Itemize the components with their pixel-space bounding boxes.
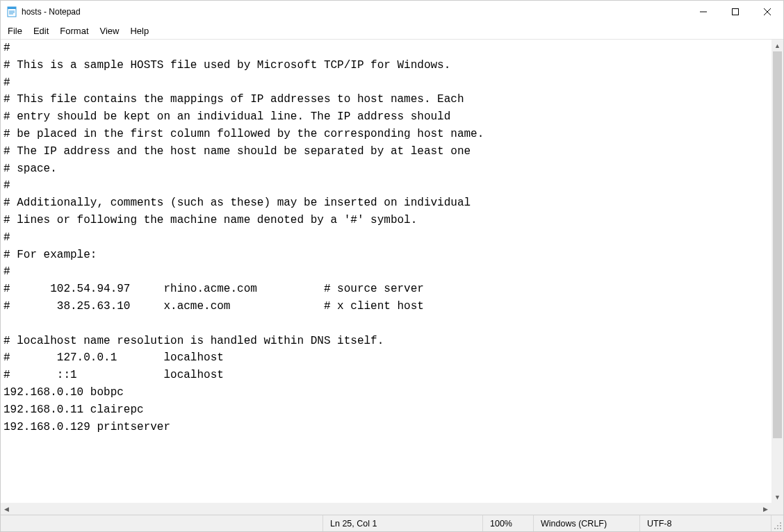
svg-point-10 bbox=[777, 525, 778, 526]
window-title: hosts - Notepad bbox=[22, 7, 81, 17]
resize-grip-icon[interactable] bbox=[771, 515, 783, 531]
menu-file[interactable]: File bbox=[2, 24, 28, 38]
status-zoom: 100% bbox=[482, 515, 533, 531]
vertical-scrollbar[interactable]: ▲ ▼ bbox=[771, 40, 783, 503]
window-controls bbox=[687, 1, 783, 23]
svg-point-9 bbox=[780, 522, 781, 524]
vertical-scroll-track[interactable] bbox=[771, 51, 783, 491]
text-editor[interactable]: # # This is a sample HOSTS file used by … bbox=[1, 40, 771, 503]
scroll-corner bbox=[771, 503, 783, 515]
close-button[interactable] bbox=[751, 1, 783, 23]
status-encoding: UTF-8 bbox=[639, 515, 771, 531]
status-line-ending: Windows (CRLF) bbox=[533, 515, 639, 531]
titlebar[interactable]: hosts - Notepad bbox=[1, 1, 783, 23]
svg-point-14 bbox=[780, 528, 781, 529]
status-cursor-position: Ln 25, Col 1 bbox=[322, 515, 482, 531]
scroll-down-arrow-icon[interactable]: ▼ bbox=[771, 491, 783, 503]
menu-edit[interactable]: Edit bbox=[28, 24, 54, 38]
status-spacer bbox=[1, 515, 322, 531]
svg-point-12 bbox=[774, 528, 776, 529]
notepad-icon bbox=[6, 6, 17, 17]
menubar: File Edit Format View Help bbox=[1, 23, 783, 39]
svg-rect-6 bbox=[733, 9, 739, 15]
scroll-left-arrow-icon[interactable]: ◀ bbox=[1, 503, 13, 515]
menu-help[interactable]: Help bbox=[124, 24, 154, 38]
vertical-scroll-thumb[interactable] bbox=[773, 51, 782, 438]
editor-area: # # This is a sample HOSTS file used by … bbox=[1, 39, 783, 515]
scroll-right-arrow-icon[interactable]: ▶ bbox=[760, 503, 771, 515]
horizontal-scrollbar[interactable]: ◀ ▶ bbox=[1, 503, 771, 515]
menu-format[interactable]: Format bbox=[54, 24, 94, 38]
menu-view[interactable]: View bbox=[95, 24, 125, 38]
maximize-button[interactable] bbox=[719, 1, 751, 23]
svg-point-11 bbox=[780, 525, 781, 526]
svg-rect-1 bbox=[8, 7, 16, 9]
statusbar: Ln 25, Col 1 100% Windows (CRLF) UTF-8 bbox=[1, 515, 783, 531]
minimize-button[interactable] bbox=[687, 1, 719, 23]
scroll-up-arrow-icon[interactable]: ▲ bbox=[771, 40, 783, 51]
svg-point-13 bbox=[777, 528, 778, 529]
